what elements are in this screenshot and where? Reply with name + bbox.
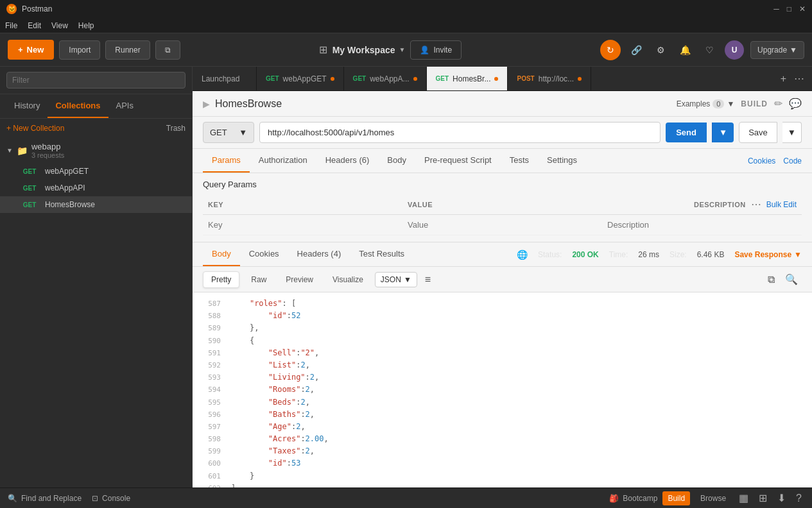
- tab-homesbrowse[interactable]: GET HomesBr...: [427, 67, 508, 90]
- add-tab-button[interactable]: +: [778, 71, 789, 87]
- bell-icon[interactable]: 🔔: [676, 41, 694, 59]
- cookies-link[interactable]: Cookies: [748, 157, 775, 165]
- tab-webappget[interactable]: GET webAppGET: [257, 67, 344, 90]
- menu-view[interactable]: View: [51, 21, 68, 30]
- examples-button[interactable]: Examples 0 ▼: [677, 99, 735, 108]
- resp-tab-testresults[interactable]: Test Results: [350, 242, 413, 266]
- settings-icon[interactable]: ⚙: [652, 41, 669, 59]
- tab-method-badge: POST: [517, 75, 534, 82]
- req-tab-authorization[interactable]: Authorization: [250, 149, 316, 173]
- import-button[interactable]: Import: [59, 40, 100, 60]
- console-button[interactable]: ⊡ Console: [92, 494, 130, 503]
- menu-edit[interactable]: Edit: [28, 21, 41, 30]
- req-tab-prerequest[interactable]: Pre-request Script: [415, 149, 501, 173]
- menu-file[interactable]: File: [5, 21, 17, 30]
- json-line: 593 "Living" : 2 ,: [193, 371, 812, 384]
- json-line: 591 "Sell" : "2" ,: [193, 347, 812, 359]
- comment-icon[interactable]: 💬: [789, 97, 802, 110]
- browse-mode-button[interactable]: Browse: [695, 491, 731, 505]
- find-replace-button[interactable]: 🔍 Find and Replace: [8, 494, 82, 503]
- save-response-button[interactable]: Save Response ▼: [734, 250, 802, 259]
- close-btn[interactable]: ✕: [799, 4, 806, 13]
- menu-help[interactable]: Help: [78, 21, 94, 30]
- tab-launchpad[interactable]: Launchpad: [193, 67, 257, 90]
- maximize-btn[interactable]: □: [787, 4, 791, 13]
- sidebar-tab-history[interactable]: History: [6, 94, 48, 118]
- download-icon-button[interactable]: ⬇: [775, 489, 788, 507]
- save-dropdown-button[interactable]: ▼: [782, 122, 802, 143]
- key-input[interactable]: [208, 220, 397, 230]
- trash-button[interactable]: Trash: [166, 124, 186, 133]
- save-button[interactable]: Save: [739, 122, 777, 143]
- globe-icon: 🌐: [517, 250, 528, 260]
- toolbar-center: ⊞ My Workspace ▼ 👤 Invite: [186, 40, 595, 60]
- layout-icon-button[interactable]: ▦: [736, 489, 751, 507]
- format-raw-button[interactable]: Raw: [243, 272, 274, 287]
- build-mode-button[interactable]: Build: [662, 491, 690, 505]
- request-item-webappget[interactable]: GET webAppGET: [0, 163, 192, 180]
- code-link[interactable]: Code: [783, 157, 802, 165]
- sync-button[interactable]: ↻: [600, 40, 621, 60]
- value-input[interactable]: [408, 220, 597, 230]
- link-icon[interactable]: 🔗: [627, 41, 645, 59]
- params-empty-row: [203, 215, 802, 235]
- tab-webappa[interactable]: GET webAppA...: [344, 67, 427, 90]
- format-visualize-button[interactable]: Visualize: [325, 272, 371, 287]
- runner-button[interactable]: Runner: [105, 40, 150, 60]
- grid-icon: ⊞: [319, 44, 327, 56]
- filter-input[interactable]: [6, 72, 186, 89]
- format-preview-button[interactable]: Preview: [278, 272, 321, 287]
- sidebar-actions: + New Collection Trash: [0, 119, 192, 138]
- upgrade-button[interactable]: Upgrade ▼: [750, 41, 804, 59]
- send-button[interactable]: Send: [666, 123, 707, 142]
- request-item-homesbrowse[interactable]: GET HomesBrowse: [0, 196, 192, 213]
- tab-modified-dot: [494, 77, 498, 81]
- invite-button[interactable]: 👤 Invite: [410, 40, 462, 60]
- request-item-webappapi[interactable]: GET webAppAPI: [0, 180, 192, 196]
- sidebar-tab-collections[interactable]: Collections: [48, 94, 108, 118]
- send-dropdown-button[interactable]: ▼: [712, 123, 734, 142]
- bulk-edit-button[interactable]: Bulk Edit: [766, 200, 797, 209]
- workspace-button[interactable]: My Workspace ▼: [333, 45, 406, 55]
- req-tab-tests[interactable]: Tests: [501, 149, 538, 173]
- build-button[interactable]: BUILD: [741, 99, 768, 108]
- size-label: Size:: [669, 250, 687, 259]
- req-tab-settings[interactable]: Settings: [538, 149, 586, 173]
- url-input[interactable]: [259, 122, 661, 143]
- collection-webapp-header[interactable]: ▼ 📁 webapp 3 requests: [0, 138, 192, 163]
- search-response-button[interactable]: 🔍: [781, 271, 802, 288]
- key-column-header: KEY: [203, 194, 402, 215]
- layout-button[interactable]: ⧉: [155, 40, 180, 60]
- new-button[interactable]: + New: [8, 40, 54, 60]
- more-tabs-button[interactable]: ⋯: [791, 70, 807, 87]
- chevron-down-icon: ▼: [404, 275, 411, 284]
- req-tab-body[interactable]: Body: [378, 149, 415, 173]
- sidebar-tab-apis[interactable]: APIs: [108, 94, 141, 118]
- help-icon-button[interactable]: ?: [793, 490, 804, 507]
- new-collection-button[interactable]: + New Collection: [6, 124, 64, 133]
- resp-tab-body[interactable]: Body: [203, 242, 240, 266]
- split-icon-button[interactable]: ⊞: [756, 489, 770, 507]
- req-tab-headers[interactable]: Headers (6): [316, 149, 379, 173]
- copy-response-button[interactable]: ⧉: [764, 271, 779, 288]
- format-pretty-button[interactable]: Pretty: [203, 271, 239, 288]
- tab-label: webAppA...: [370, 74, 409, 83]
- description-input[interactable]: [607, 220, 797, 230]
- tab-post[interactable]: POST http://loc...: [508, 67, 591, 90]
- tab-method-badge: GET: [436, 75, 449, 82]
- response-area: Body Cookies Headers (4) Test Results 🌐 …: [193, 242, 812, 487]
- collection-name: webapp: [31, 142, 64, 151]
- heart-icon[interactable]: ♡: [700, 41, 718, 59]
- params-more-button[interactable]: ⋯: [751, 198, 761, 210]
- user-avatar[interactable]: U: [725, 40, 744, 60]
- json-format-selector[interactable]: JSON ▼: [375, 272, 417, 287]
- wrap-lines-button[interactable]: ≡: [421, 271, 435, 288]
- request-area: ▶ HomesBrowse Examples 0 ▼ BUILD ✏ 💬: [193, 91, 812, 487]
- resp-tab-headers[interactable]: Headers (4): [288, 242, 350, 266]
- bootcamp-button[interactable]: 🎒 Bootcamp: [609, 494, 657, 503]
- resp-tab-cookies[interactable]: Cookies: [240, 242, 288, 266]
- method-selector[interactable]: GET ▼: [203, 122, 254, 143]
- edit-icon[interactable]: ✏: [774, 97, 782, 110]
- req-tab-params[interactable]: Params: [203, 149, 250, 173]
- minimize-btn[interactable]: ─: [773, 4, 779, 13]
